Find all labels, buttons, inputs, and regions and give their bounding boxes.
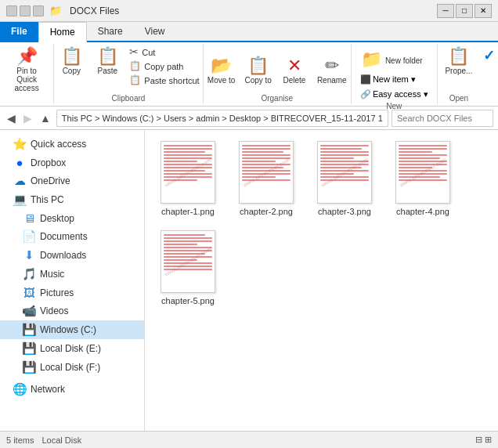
tab-file[interactable]: File <box>0 22 38 41</box>
tab-home[interactable]: Home <box>38 22 87 42</box>
address-bar: ◀ ▶ ▲ <box>0 107 498 130</box>
ribbon-group-new: 📁 New folder ⬛ New item ▾ 🔗 Easy access … <box>352 44 438 104</box>
doc-line <box>164 266 212 267</box>
doc-line <box>399 157 440 159</box>
doc-line <box>399 173 447 175</box>
sidebar-item-onedrive[interactable]: ☁ OneDrive <box>0 172 144 190</box>
new-folder-btn[interactable]: 📁 New folder <box>357 49 427 70</box>
doc-line <box>320 164 369 165</box>
delete-btn[interactable]: ✕ Delete <box>277 55 312 87</box>
copy-to-icon: 📋 <box>247 57 269 74</box>
sidebar-item-this-pc-label: This PC <box>31 194 64 205</box>
window-controls[interactable]: ─ □ ✕ <box>437 4 492 18</box>
nav-forward-btn[interactable]: ▶ <box>21 111 34 125</box>
nav-back-btn[interactable]: ◀ <box>5 111 18 125</box>
doc-line <box>320 176 369 178</box>
sidebar-item-documents-label: Documents <box>40 231 88 242</box>
paste-shortcut-btn[interactable]: 📋 Paste shortcut <box>126 74 202 86</box>
delete-icon: ✕ <box>287 57 301 74</box>
pin-btn[interactable]: 📌 Pin to Quick access <box>5 45 49 95</box>
easy-access-btn[interactable]: 🔗 Easy access ▾ <box>357 89 431 100</box>
status-view-icons: ⊟ ⊞ <box>475 435 492 445</box>
sidebar-item-videos[interactable]: 📹 Videos <box>0 302 144 320</box>
nav-up-btn[interactable]: ▲ <box>38 111 53 125</box>
doc-line <box>320 148 362 150</box>
file-item-2[interactable]: www.bitrecover.com chapter-2.png <box>231 138 301 219</box>
sidebar-item-music[interactable]: 🎵 Music <box>0 265 144 284</box>
pin-icon: 📌 <box>16 48 38 65</box>
file-name-4: chapter-4.png <box>396 207 449 216</box>
local-disk-f-icon: 💾 <box>22 360 36 374</box>
properties-btn[interactable]: 📋 Prope... <box>441 45 476 78</box>
file-item-5[interactable]: www.bitrecover.com chapter-5.png <box>153 227 223 309</box>
doc-line <box>164 247 212 248</box>
maximize-btn[interactable]: □ <box>456 4 473 18</box>
doc-line <box>320 154 369 156</box>
doc-line <box>164 161 197 162</box>
sidebar-item-network[interactable]: 🌐 Network <box>0 380 144 399</box>
sidebar-item-quick-access[interactable]: ⭐ Quick access <box>0 135 144 154</box>
address-input[interactable] <box>56 110 388 127</box>
doc-line <box>320 151 369 153</box>
new-item-btn[interactable]: ⬛ New item ▾ <box>357 74 419 85</box>
open-group-label: Open <box>449 92 468 103</box>
doc-line <box>242 145 290 146</box>
rename-btn[interactable]: ✏ Rename <box>313 55 351 87</box>
ribbon-group-clipboard: 📋 Copy 📋 Paste ✂ Cut 📋 Copy path 📋 Past <box>54 44 203 104</box>
doc-line <box>320 179 369 181</box>
sidebar-item-pictures[interactable]: 🖼 Pictures <box>0 284 144 302</box>
sidebar-item-onedrive-label: OneDrive <box>31 175 70 186</box>
doc-line <box>242 173 290 175</box>
copy-path-btn[interactable]: 📋 Copy path <box>126 60 202 72</box>
file-item-4[interactable]: www.bitrecover.com chapter-4.png <box>388 138 458 219</box>
doc-line <box>164 269 212 270</box>
sidebar-item-pictures-label: Pictures <box>40 287 74 298</box>
doc-line <box>320 170 369 172</box>
title-bar: 📁 DOCX Files ─ □ ✕ <box>0 0 498 22</box>
minimize-btn[interactable]: ─ <box>437 4 454 18</box>
onedrive-icon: ☁ <box>13 174 27 188</box>
tab-share[interactable]: Share <box>87 22 134 41</box>
doc-line <box>320 157 354 159</box>
sidebar-item-desktop[interactable]: 🖥 Desktop <box>0 209 144 227</box>
doc-line <box>320 145 369 146</box>
cut-btn[interactable]: ✂ Cut <box>126 45 202 58</box>
doc-line <box>164 240 212 242</box>
close-btn[interactable]: ✕ <box>475 4 492 18</box>
doc-line <box>242 151 283 153</box>
file-thumb-1: www.bitrecover.com <box>161 141 215 204</box>
doc-line <box>242 154 290 156</box>
sidebar-item-documents[interactable]: 📄 Documents <box>0 227 144 246</box>
sidebar-item-local-disk-f[interactable]: 💾 Local Disk (F:) <box>0 358 144 377</box>
search-input[interactable] <box>392 110 493 127</box>
doc-line <box>164 148 212 150</box>
copy-btn[interactable]: 📋 Copy <box>54 45 88 78</box>
file-item-3[interactable]: www.bitrecover.com chapter-3.png <box>309 138 380 219</box>
tab-view[interactable]: View <box>134 22 176 41</box>
ribbon-group-organise: 📂 Move to 📋 Copy to ✕ Delete ✏ Rename Or… <box>204 44 352 104</box>
ribbon-tabs: File Home Share View <box>0 22 498 42</box>
doc-line <box>164 244 197 245</box>
paste-btn[interactable]: 📋 Paste <box>90 45 125 78</box>
sidebar-item-desktop-label: Desktop <box>40 213 74 224</box>
file-item-1[interactable]: www.bitrecover.com chapter-1.png <box>153 138 223 219</box>
file-thumb-content-1: www.bitrecover.com <box>161 142 215 203</box>
sidebar-item-dropbox[interactable]: ● Dropbox <box>0 154 144 172</box>
file-thumb-5: www.bitrecover.com <box>161 230 215 293</box>
new-buttons: 📁 New folder ⬛ New item ▾ 🔗 Easy access … <box>357 45 431 100</box>
doc-line <box>242 170 290 172</box>
doc-line <box>399 176 440 178</box>
sidebar-item-this-pc[interactable]: 💻 This PC <box>0 190 144 209</box>
doc-line <box>164 179 197 181</box>
copy-to-btn[interactable]: 📋 Copy to <box>240 55 275 87</box>
sidebar-item-windows-c[interactable]: 💾 Windows (C:) <box>0 320 144 339</box>
move-to-btn[interactable]: 📂 Move to <box>204 55 240 87</box>
doc-line <box>242 179 290 181</box>
sidebar-item-downloads[interactable]: ⬇ Downloads <box>0 246 144 265</box>
tb-icon-2 <box>20 5 31 16</box>
ribbon-checkmark: ✓ <box>480 44 498 104</box>
sidebar-item-local-disk-e[interactable]: 💾 Local Disk (E:) <box>0 339 144 358</box>
doc-line <box>164 164 212 165</box>
doc-line <box>164 176 212 178</box>
sidebar-item-music-label: Music <box>40 269 64 280</box>
